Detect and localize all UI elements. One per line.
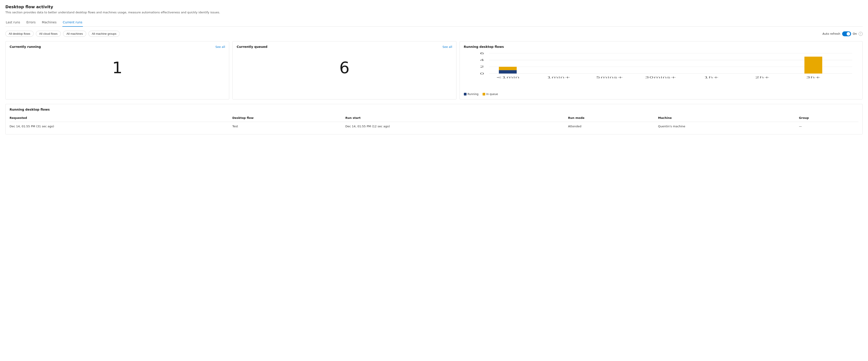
- table-body: Dec 14, 01:55 PM (31 sec ago) Test Dec 1…: [9, 122, 859, 131]
- svg-text:1min+: 1min+: [547, 76, 570, 79]
- filters-row: All desktop flows All cloud flows All ma…: [5, 31, 863, 37]
- filter-all-machines[interactable]: All machines: [63, 31, 86, 37]
- cell-group: —: [799, 122, 859, 131]
- cards-row: Currently running See all 1 Currently qu…: [5, 41, 863, 99]
- toggle-state-label: On: [853, 32, 857, 35]
- auto-refresh-label: Auto refresh: [822, 32, 840, 35]
- auto-refresh-toggle[interactable]: [842, 31, 851, 36]
- tab-machines[interactable]: Machines: [41, 19, 57, 27]
- svg-text:3h+: 3h+: [806, 76, 820, 79]
- table-section-title: Running desktop flows: [9, 108, 859, 111]
- tabs-bar: Last runs Errors Machines Current runs: [5, 19, 863, 27]
- svg-text:2: 2: [480, 65, 484, 69]
- currently-running-see-all[interactable]: See all: [215, 45, 225, 48]
- col-header-desktop-flow: Desktop flow: [232, 114, 345, 122]
- cell-run-start: Dec 14, 01:55 PM (12 sec ago): [345, 122, 568, 131]
- svg-text:2h+: 2h+: [755, 76, 770, 79]
- currently-queued-card: Currently queued See all 6: [232, 41, 456, 99]
- legend-running: Running: [464, 93, 478, 96]
- table-header-row: Requested Desktop flow Run start Run mod…: [9, 114, 859, 122]
- currently-running-count: 1: [9, 51, 225, 87]
- page-title: Desktop flow activity: [5, 4, 863, 9]
- running-flows-table-section: Running desktop flows Requested Desktop …: [5, 104, 863, 134]
- cell-desktop-flow: Test: [232, 122, 345, 131]
- svg-text:6: 6: [480, 52, 484, 55]
- filter-all-machine-groups[interactable]: All machine groups: [88, 31, 120, 37]
- col-header-requested: Requested: [9, 114, 232, 122]
- info-icon[interactable]: i: [859, 32, 863, 36]
- legend-inqueue-label: In queue: [486, 93, 498, 96]
- bar-3h-inqueue: [804, 57, 822, 74]
- legend-inqueue-dot: [483, 93, 485, 96]
- col-header-run-mode: Run mode: [568, 114, 658, 122]
- col-header-group: Group: [799, 114, 859, 122]
- svg-text:<1min: <1min: [496, 76, 520, 79]
- bar-chart: 0 2 4 6: [464, 51, 859, 91]
- currently-queued-count: 6: [237, 51, 452, 87]
- filter-all-cloud-flows[interactable]: All cloud flows: [36, 31, 61, 37]
- legend-inqueue: In queue: [483, 93, 498, 96]
- currently-running-card: Currently running See all 1: [5, 41, 229, 99]
- svg-text:1h+: 1h+: [704, 76, 719, 79]
- bar-1min-inqueue: [499, 67, 517, 70]
- col-header-machine: Machine: [658, 114, 799, 122]
- svg-text:0: 0: [480, 72, 484, 75]
- tab-errors[interactable]: Errors: [26, 19, 36, 27]
- running-flows-table: Requested Desktop flow Run start Run mod…: [9, 114, 859, 131]
- page-container: Desktop flow activity This section provi…: [0, 0, 868, 361]
- auto-refresh-area: Auto refresh On i: [822, 31, 863, 36]
- currently-queued-see-all[interactable]: See all: [442, 45, 452, 48]
- col-header-run-start: Run start: [345, 114, 568, 122]
- cell-requested: Dec 14, 01:55 PM (31 sec ago): [9, 122, 232, 131]
- tab-last-runs[interactable]: Last runs: [5, 19, 21, 27]
- table-head: Requested Desktop flow Run start Run mod…: [9, 114, 859, 122]
- tab-current-runs[interactable]: Current runs: [62, 19, 83, 27]
- cell-run-mode: Attended: [568, 122, 658, 131]
- running-desktop-flows-card: Running desktop flows 0 2 4 6: [460, 41, 863, 99]
- bar-1min-running: [499, 70, 517, 73]
- svg-text:5mins+: 5mins+: [596, 76, 623, 79]
- table-row: Dec 14, 01:55 PM (31 sec ago) Test Dec 1…: [9, 122, 859, 131]
- svg-text:4: 4: [480, 59, 484, 62]
- legend-running-dot: [464, 93, 467, 96]
- chart-legend: Running In queue: [464, 93, 859, 96]
- chart-area: 0 2 4 6: [464, 51, 859, 91]
- filter-all-desktop-flows[interactable]: All desktop flows: [5, 31, 34, 37]
- legend-running-label: Running: [468, 93, 478, 96]
- currently-queued-title: Currently queued: [237, 45, 267, 48]
- chart-title: Running desktop flows: [464, 45, 504, 48]
- svg-text:30mins+: 30mins+: [645, 76, 676, 79]
- currently-running-title: Currently running: [9, 45, 41, 48]
- page-subtitle: This section provides data to better und…: [5, 10, 863, 14]
- cell-machine: Quentin's machine: [658, 122, 799, 131]
